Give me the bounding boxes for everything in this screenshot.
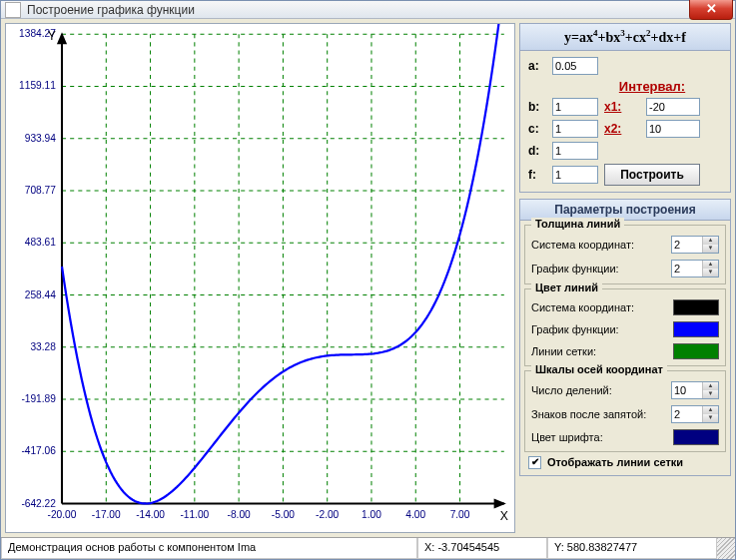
thickness-func-spin[interactable]: ▲▼: [671, 260, 719, 278]
window-title: Построение графика функции: [27, 3, 195, 17]
formula: y=ax4+bx3+cx2+dx+f: [520, 24, 730, 51]
x1-label: x1:: [604, 100, 640, 114]
svg-text:-2.00: -2.00: [316, 509, 340, 520]
svg-text:7.00: 7.00: [450, 509, 470, 520]
svg-text:-11.00: -11.00: [180, 509, 209, 520]
show-grid-checkbox[interactable]: ✔: [528, 456, 541, 469]
svg-text:Y: Y: [48, 29, 56, 43]
thickness-func-label: График функции:: [531, 263, 619, 275]
svg-text:258.44: 258.44: [25, 289, 56, 300]
status-x: X: -3.70454545: [417, 538, 547, 559]
scales-div-label: Число делений:: [531, 384, 612, 396]
colors-title: Цвет линий: [531, 281, 602, 293]
status-main: Демонстрация основ работы с компонентом …: [1, 538, 417, 559]
interval-title: Интервал:: [604, 79, 700, 94]
svg-text:4.00: 4.00: [405, 509, 425, 520]
scales-dec-spin[interactable]: ▲▼: [671, 405, 719, 423]
thickness-coord-spin[interactable]: ▲▼: [671, 236, 719, 254]
scales-font-swatch[interactable]: [673, 429, 719, 445]
coef-a-input[interactable]: [552, 57, 598, 75]
svg-text:-14.00: -14.00: [136, 509, 165, 520]
app-icon: [5, 2, 21, 18]
color-coord-label: Система координат:: [531, 301, 634, 313]
resize-grip[interactable]: [717, 538, 735, 559]
coef-b-label: b:: [528, 100, 546, 114]
chart-svg[interactable]: -20.00-17.00-14.00-11.00-8.00-5.00-2.001…: [6, 24, 514, 532]
thickness-coord-label: Система координат:: [531, 239, 634, 251]
build-button[interactable]: Построить: [604, 164, 700, 186]
svg-text:708.77: 708.77: [25, 185, 56, 196]
color-grid-swatch[interactable]: [673, 343, 719, 359]
thickness-title: Толщина линий: [531, 218, 624, 230]
spin-down-icon[interactable]: ▼: [703, 245, 718, 253]
spin-down-icon[interactable]: ▼: [703, 414, 718, 422]
svg-text:-642.22: -642.22: [21, 498, 56, 509]
scales-title: Шкалы осей координат: [531, 363, 667, 375]
svg-text:483.61: 483.61: [25, 237, 56, 248]
show-grid-row[interactable]: ✔ Отображать линии сетки: [528, 456, 722, 469]
colors-group: Цвет линий Система координат: График фун…: [524, 288, 726, 366]
status-y: Y: 580.83827477: [547, 538, 717, 559]
spin-up-icon[interactable]: ▲: [703, 261, 718, 269]
spin-up-icon[interactable]: ▲: [703, 382, 718, 390]
coef-f-input[interactable]: [552, 166, 598, 184]
svg-text:-17.00: -17.00: [92, 509, 121, 520]
spin-down-icon[interactable]: ▼: [703, 269, 718, 277]
spin-up-icon[interactable]: ▲: [703, 406, 718, 414]
svg-text:-20.00: -20.00: [48, 509, 77, 520]
svg-text:1.00: 1.00: [362, 509, 381, 520]
chart-panel: -20.00-17.00-14.00-11.00-8.00-5.00-2.001…: [5, 23, 515, 533]
statusbar: Демонстрация основ работы с компонентом …: [1, 537, 735, 559]
svg-marker-43: [494, 498, 506, 508]
coef-c-input[interactable]: [552, 120, 598, 138]
color-grid-label: Линии сетки:: [531, 345, 596, 357]
coef-f-label: f:: [528, 168, 546, 182]
svg-text:X: X: [500, 509, 508, 523]
titlebar: Построение графика функции ✕: [1, 1, 735, 19]
close-button[interactable]: ✕: [689, 0, 733, 20]
coef-c-label: c:: [528, 122, 546, 136]
coef-b-input[interactable]: [552, 98, 598, 116]
color-func-swatch[interactable]: [673, 321, 719, 337]
color-coord-swatch[interactable]: [673, 299, 719, 315]
equation-panel: y=ax4+bx3+cx2+dx+f a: Интервал: b: x1: c…: [519, 23, 731, 193]
coef-d-input[interactable]: [552, 142, 598, 160]
thickness-group: Толщина линий Система координат: ▲▼ Граф…: [524, 225, 726, 284]
show-grid-label: Отображать линии сетки: [547, 456, 683, 468]
params-panel: Параметры построения Толщина линий Систе…: [519, 199, 731, 476]
scales-dec-label: Знаков после запятой:: [531, 408, 646, 420]
svg-text:33.28: 33.28: [30, 341, 56, 352]
svg-text:-191.89: -191.89: [21, 393, 56, 404]
spin-up-icon[interactable]: ▲: [703, 237, 718, 245]
x1-input[interactable]: [646, 98, 700, 116]
x2-label: x2:: [604, 122, 640, 136]
color-func-label: График функции:: [531, 323, 619, 335]
spin-down-icon[interactable]: ▼: [703, 390, 718, 398]
scales-font-label: Цвет шрифта:: [531, 431, 603, 443]
coef-d-label: d:: [528, 144, 546, 158]
coef-a-label: a:: [528, 59, 546, 73]
svg-text:-8.00: -8.00: [228, 509, 252, 520]
svg-text:1159.11: 1159.11: [19, 80, 56, 91]
svg-text:933.94: 933.94: [25, 133, 56, 144]
x2-input[interactable]: [646, 120, 700, 138]
svg-text:-5.00: -5.00: [272, 509, 296, 520]
scales-div-spin[interactable]: ▲▼: [671, 381, 719, 399]
scales-group: Шкалы осей координат Число делений: ▲▼ З…: [524, 370, 726, 452]
svg-text:-417.06: -417.06: [21, 445, 56, 456]
